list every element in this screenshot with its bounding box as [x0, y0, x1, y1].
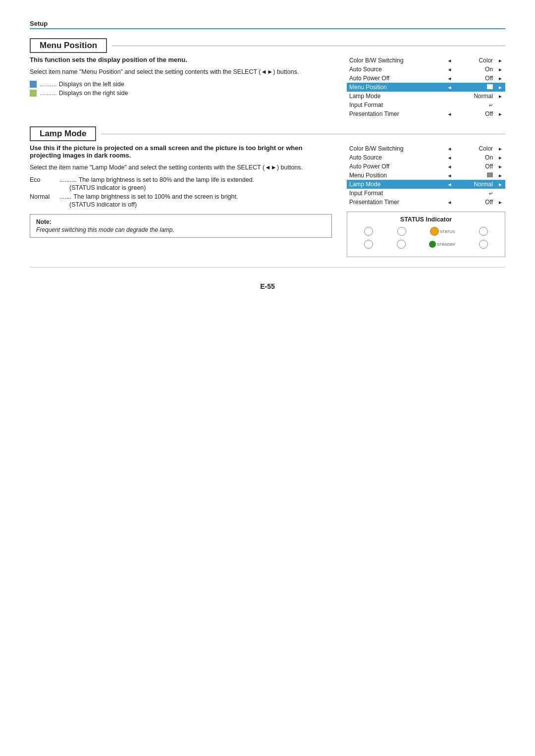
arrow-left-icon — [447, 173, 452, 178]
arrow-right-icon — [498, 76, 503, 81]
arrow-right-icon — [498, 146, 503, 152]
table-row: Menu Position — [347, 171, 505, 180]
indicator-row-2: STANDBY — [352, 240, 500, 249]
circle-empty-5 — [397, 240, 406, 249]
right-icon-row: .......... Displays on the right side — [30, 90, 332, 97]
table-row: Color B/W Switching Color — [347, 56, 505, 65]
arrow-left-icon — [447, 146, 452, 152]
lamp-mode-right: Color B/W Switching Color Auto Source On… — [347, 144, 505, 257]
arrow-right-icon — [498, 94, 503, 99]
standby-indicator-light — [429, 241, 436, 248]
section-line-2 — [101, 134, 505, 134]
blue-divider — [30, 28, 505, 29]
arrow-right-icon — [498, 155, 503, 161]
arrow-right-icon — [498, 164, 503, 169]
note-label: Note: — [36, 218, 325, 225]
note-box: Note: Frequent switching this mode can d… — [30, 214, 332, 238]
menu-position-body: Select item name "Menu Position" and sel… — [30, 67, 332, 77]
menu-position-right: Color B/W Switching Color Auto Source On… — [347, 56, 505, 118]
arrow-right-icon — [498, 67, 503, 72]
arrow-left-icon — [447, 155, 452, 161]
table-row: Input Format ↵ — [347, 101, 505, 109]
menu-position-title: Menu Position — [30, 38, 107, 53]
arrow-left-icon — [447, 164, 452, 169]
normal-status: (STATUS indicator is off) — [69, 201, 332, 208]
eco-desc-text: The lamp brightness is set to 80% and th… — [79, 176, 254, 183]
table-row: Lamp Mode Normal — [347, 92, 505, 101]
status-indicator-box: STATUS Indicator STATUS — [347, 212, 505, 257]
normal-description: Normal ....... The lamp brightness is se… — [30, 193, 332, 200]
arrow-right-icon — [498, 111, 503, 117]
normal-desc-text: The lamp brightness is set to 100% and t… — [73, 193, 238, 200]
table-row: Color B/W Switching Color — [347, 144, 505, 153]
lamp-mode-body: Select the item name "Lamp Mode" and sel… — [30, 163, 332, 172]
arrow-right-icon — [498, 173, 503, 178]
lamp-mode-intro: Use this if the picture is projected on … — [30, 144, 332, 159]
table-row: Presentation Timer Off — [347, 109, 505, 118]
table-row: Auto Power Off Off — [347, 74, 505, 83]
table-row: Auto Power Off Off — [347, 162, 505, 171]
circle-empty-6 — [479, 240, 488, 249]
table-row: Input Format ↵ — [347, 189, 505, 198]
table-row: Auto Source On — [347, 65, 505, 74]
arrow-right-icon — [498, 200, 503, 205]
lamp-mode-header: Lamp Mode — [30, 126, 505, 141]
indicator-row-1: STATUS — [352, 227, 500, 236]
eco-description: Eco .......... The lamp brightness is se… — [30, 176, 332, 183]
page-number: E-55 — [30, 282, 505, 290]
table-row: Auto Source On — [347, 153, 505, 162]
right-icon-desc: Displays on the right side — [59, 90, 128, 97]
left-icon-desc: Displays on the left side — [59, 81, 124, 88]
lamp-mode-table: Color B/W Switching Color Auto Source On… — [347, 144, 505, 207]
standby-label: STANDBY — [437, 242, 455, 247]
table-row-highlighted: Lamp Mode Normal — [347, 180, 505, 189]
menu-position-left: This function sets the display position … — [30, 56, 332, 118]
eco-status: (STATUS indicator is green) — [69, 184, 332, 191]
arrow-left-icon — [447, 182, 452, 187]
menu-position-content: This function sets the display position … — [30, 56, 505, 118]
status-label: STATUS — [440, 229, 455, 234]
status-indicator-title: STATUS Indicator — [352, 216, 500, 223]
circle-empty-1 — [364, 227, 373, 236]
left-icon-row: .......... Displays on the left side — [30, 81, 332, 88]
circle-empty-4 — [364, 240, 373, 249]
right-icon — [30, 90, 37, 97]
arrow-right-icon — [498, 58, 503, 63]
circle-empty-2 — [397, 227, 406, 236]
menu-position-intro: This function sets the display position … — [30, 56, 332, 63]
arrow-right-icon — [498, 182, 503, 187]
section-line-1 — [112, 46, 505, 46]
arrow-left-icon — [447, 67, 452, 72]
lamp-mode-title: Lamp Mode — [30, 126, 96, 141]
arrow-right-icon — [498, 85, 503, 90]
left-icon — [30, 81, 37, 88]
table-row-highlighted: Menu Position — [347, 83, 505, 92]
arrow-left-icon — [447, 111, 452, 117]
menu-position-table: Color B/W Switching Color Auto Source On… — [347, 56, 505, 118]
table-row: Presentation Timer Off — [347, 198, 505, 207]
note-text: Frequent switching this mode can degrade… — [36, 226, 325, 233]
circle-empty-3 — [479, 227, 488, 236]
bottom-separator — [30, 267, 505, 268]
menu-pos-icon — [487, 84, 493, 89]
arrow-left-icon — [447, 58, 452, 63]
menu-pos-icon2 — [487, 172, 493, 177]
arrow-left-icon — [447, 76, 452, 81]
lamp-mode-content: Use this if the picture is projected on … — [30, 144, 505, 257]
arrow-left-icon — [447, 85, 452, 90]
setup-label: Setup — [30, 20, 505, 27]
menu-position-header: Menu Position — [30, 38, 505, 53]
arrow-left-icon — [447, 200, 452, 205]
lamp-mode-left: Use this if the picture is projected on … — [30, 144, 332, 257]
status-indicator-light — [430, 227, 439, 236]
